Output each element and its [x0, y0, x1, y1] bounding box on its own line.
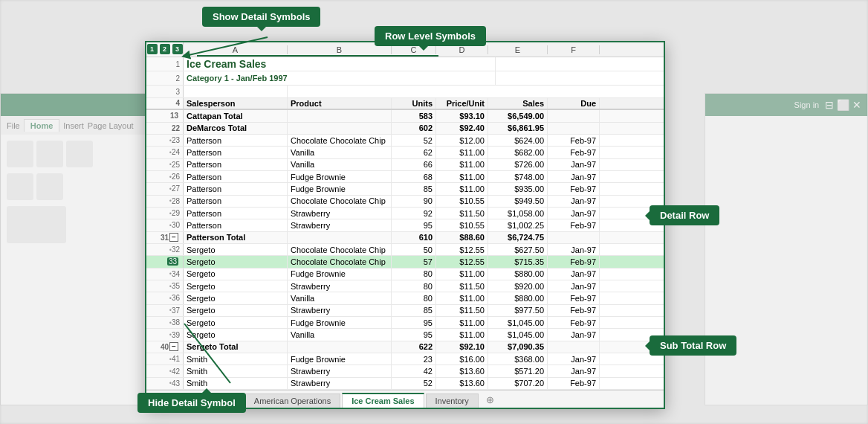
ribbon-icon-row-3 [7, 206, 157, 243]
cell-E-26: $748.00 [488, 171, 548, 182]
row-num-40: 40 − [146, 341, 184, 353]
table-row: • 39 Sergeto Vanilla 95 $11.00 $1,045.00… [146, 329, 664, 341]
cell-E-32: $627.50 [488, 244, 548, 255]
cell-A-41: Smith [184, 353, 288, 364]
cell-F-29: Jan-97 [548, 208, 600, 219]
cell-A-36: Sergeto [184, 292, 288, 303]
cell-E-40: $7,090.35 [488, 341, 548, 353]
cell-F-42: Jan-97 [548, 365, 600, 376]
row-num-29: • 29 [146, 208, 184, 219]
col-header-A: A [184, 45, 288, 54]
cell-F-43: Feb-97 [548, 378, 600, 389]
cell-C-38: 95 [392, 317, 436, 328]
tab-american-operations[interactable]: American Operations [244, 394, 340, 408]
excel-window: 1 2 3 A B C D E F 1 Ice Cream Sales 2 Ca… [145, 41, 665, 409]
row-num-42: • 42 [146, 365, 184, 376]
cell-E-37: $977.50 [488, 305, 548, 316]
cell-B-24: Vanilla [288, 147, 392, 158]
cell-E-28: $949.50 [488, 196, 548, 207]
cell-C-25: 66 [392, 159, 436, 170]
cell-E-35: $920.00 [488, 280, 548, 292]
cell-B-27: Fudge Brownie [288, 183, 392, 194]
cell-C-39: 95 [392, 329, 436, 340]
level-btn-1[interactable]: 1 [147, 44, 158, 54]
ribbon-icon-5 [36, 173, 63, 200]
cell-A-26: Patterson [184, 171, 288, 182]
row-num-32: • 32 [146, 244, 184, 255]
header-units: Units [392, 98, 436, 109]
cell-B-35: Strawberry [288, 280, 392, 292]
cell-A-34: Sergeto [184, 269, 288, 280]
cell-B-33: Chocolate Chocolate Chip [288, 256, 392, 267]
tab-ice-cream-sales[interactable]: Ice Cream Sales [342, 393, 424, 408]
table-row: • 26 Patterson Fudge Brownie 68 $11.00 $… [146, 171, 664, 183]
callout-sub-total-text: Sub Total Row [660, 340, 726, 351]
cell-C-27: 85 [392, 183, 436, 194]
row-num-1: 1 [146, 57, 184, 71]
table-row: • 43 Smith Strawberry 52 $13.60 $707.20 … [146, 378, 664, 390]
cell-E-41: $368.00 [488, 353, 548, 364]
cell-A-24: Patterson [184, 147, 288, 158]
collapse-btn-31[interactable]: − [169, 233, 178, 242]
cell-E-25: $726.00 [488, 159, 548, 170]
cell-D-35: $11.50 [436, 280, 488, 292]
cell-C-35: 80 [392, 280, 436, 292]
level-btn-2[interactable]: 2 [160, 44, 170, 54]
cell-B-42: Strawberry [288, 365, 392, 376]
table-row: • 32 Sergeto Chocolate Chocolate Chip 50… [146, 244, 664, 256]
table-row: • 36 Sergeto Vanilla 80 $11.00 $880.00 F… [146, 292, 664, 304]
cell-D-39: $11.00 [436, 329, 488, 340]
tab-inventory[interactable]: Inventory [426, 394, 479, 408]
cell-D-24: $11.00 [436, 147, 488, 158]
cell-B-13 [288, 110, 392, 121]
cell-F-30: Feb-97 [548, 219, 600, 231]
row-num-24: • 24 [146, 147, 184, 158]
row-num-30: • 30 [146, 219, 184, 231]
cell-E-23: $624.00 [488, 135, 548, 146]
cell-F-23: Feb-97 [548, 135, 600, 146]
callout-detail-row-text: Detail Row [660, 210, 709, 221]
cell-F-24: Feb-97 [548, 147, 600, 158]
level-symbols[interactable]: 1 2 3 [146, 42, 184, 57]
cell-C-40: 622 [392, 341, 436, 353]
row-num-38: • 38 [146, 317, 184, 328]
cell-E-13: $6,549.00 [488, 110, 548, 121]
collapse-btn-40[interactable]: − [169, 342, 178, 351]
table-row: • 42 Smith Strawberry 42 $13.60 $571.20 … [146, 365, 664, 377]
ribbon-icon-row-2 [7, 173, 157, 200]
col-header-C: C [392, 45, 436, 54]
left-tab-file: File [7, 121, 20, 130]
header-product: Product [288, 98, 392, 109]
left-ribbon-body [1, 135, 163, 249]
cell-A-38: Sergeto [184, 317, 288, 328]
cell-A-28: Patterson [184, 196, 288, 207]
cell-B-26: Fudge Brownie [288, 171, 392, 182]
cell-F-33: Feb-97 [548, 256, 600, 267]
col-header-E: E [488, 45, 548, 54]
table-row: • 28 Patterson Chocolate Chocolate Chip … [146, 196, 664, 208]
cell-A-22: DeMarcos Total [184, 123, 288, 134]
row-num-4: 4 [146, 98, 184, 109]
cell-D-25: $11.00 [436, 159, 488, 170]
table-row-header: 4 Salesperson Product Units Price/Unit S… [146, 98, 664, 110]
row-num-26: • 26 [146, 171, 184, 182]
cell-E-42: $571.20 [488, 365, 548, 376]
table-row: • 30 Patterson Strawberry 95 $10.55 $1,0… [146, 219, 664, 231]
right-panel-top: Sign in ⊟ ⬜ ✕ [705, 94, 867, 116]
table-row: 13 Cattapan Total 583 $93.10 $6,549.00 [146, 110, 664, 122]
cell-A-42: Smith [184, 365, 288, 376]
cell-C-32: 50 [392, 244, 436, 255]
cell-C-28: 90 [392, 196, 436, 207]
add-sheet-button[interactable]: ⊕ [480, 392, 500, 408]
cell-E-22: $6,861.95 [488, 123, 548, 134]
level-btn-3[interactable]: 3 [172, 44, 183, 54]
callout-row-level-text: Row Level Symbols [385, 30, 476, 42]
cell-D-31: $88.60 [436, 232, 488, 243]
cell-C-36: 80 [392, 292, 436, 303]
cell-D-37: $11.50 [436, 305, 488, 316]
row-num-43: • 43 [146, 378, 184, 389]
header-due: Due [548, 98, 600, 109]
cell-F-31 [548, 232, 600, 243]
table-row: 1 Ice Cream Sales [146, 57, 664, 71]
cell-C-42: 42 [392, 365, 436, 376]
